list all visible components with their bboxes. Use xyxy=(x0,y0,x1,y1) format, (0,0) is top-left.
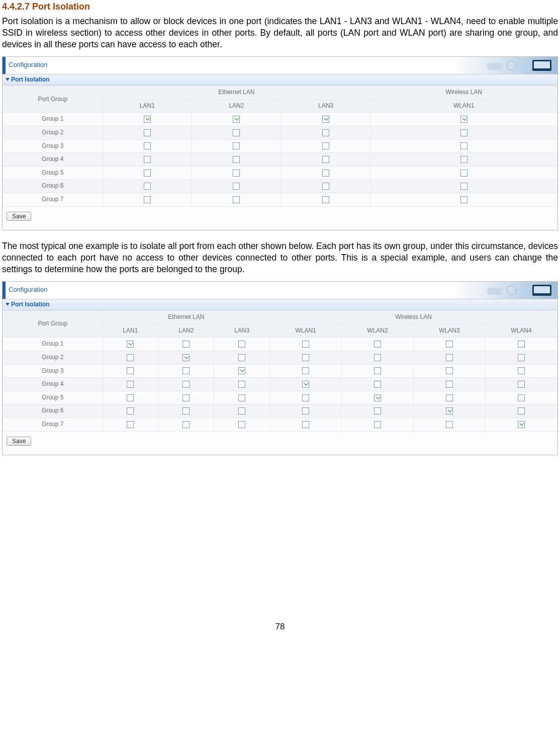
checkbox-cell[interactable] xyxy=(158,351,214,364)
checkbox-cell[interactable] xyxy=(192,126,282,140)
checkbox-cell[interactable] xyxy=(103,166,192,180)
checkbox-cell[interactable] xyxy=(414,338,486,351)
checkbox-cell[interactable] xyxy=(158,378,214,391)
checkbox-cell[interactable] xyxy=(281,126,370,140)
row-label: Group 2 xyxy=(3,126,103,140)
checkbox-cell[interactable] xyxy=(342,418,414,431)
checkbox-cell[interactable] xyxy=(192,153,282,167)
checkbox-cell[interactable] xyxy=(370,166,557,180)
checkbox-icon xyxy=(233,170,240,177)
section-bar[interactable]: Port Isolation xyxy=(3,299,557,311)
col-subheader: LAN3 xyxy=(281,99,370,113)
checkbox-cell[interactable] xyxy=(103,153,192,167)
checkbox-cell[interactable] xyxy=(281,166,370,180)
checkbox-cell[interactable] xyxy=(485,351,557,364)
checkbox-cell[interactable] xyxy=(485,391,557,404)
checkbox-cell[interactable] xyxy=(158,364,214,378)
checkbox-cell[interactable] xyxy=(342,351,414,364)
checkbox-cell[interactable] xyxy=(103,139,192,153)
checkbox-cell[interactable] xyxy=(370,180,557,193)
table-row: Group 7 xyxy=(3,193,557,206)
checkbox-cell[interactable] xyxy=(214,391,270,404)
checkbox-cell[interactable] xyxy=(270,338,342,351)
checkbox-cell[interactable] xyxy=(370,126,557,140)
checkbox-icon xyxy=(238,407,245,415)
checkbox-cell[interactable] xyxy=(270,418,342,431)
checkbox-cell[interactable] xyxy=(414,364,486,378)
checkbox-cell[interactable] xyxy=(370,113,557,126)
checkbox-cell[interactable] xyxy=(192,166,282,180)
checkbox-cell[interactable] xyxy=(342,338,414,351)
checkbox-cell[interactable] xyxy=(103,126,192,140)
checkbox-cell[interactable] xyxy=(214,378,270,391)
checkbox-cell[interactable] xyxy=(192,193,282,206)
checkbox-cell[interactable] xyxy=(485,364,557,378)
checkbox-cell[interactable] xyxy=(103,193,192,206)
checkbox-cell[interactable] xyxy=(214,364,270,378)
checkbox-cell[interactable] xyxy=(214,404,270,418)
checkbox-cell[interactable] xyxy=(103,378,158,391)
row-label: Group 7 xyxy=(3,193,103,206)
checkbox-cell[interactable] xyxy=(485,404,557,418)
checkbox-cell[interactable] xyxy=(485,418,557,431)
checkbox-cell[interactable] xyxy=(158,338,214,351)
checkbox-icon xyxy=(302,421,309,428)
checkbox-icon xyxy=(322,142,329,149)
col-subheader: LAN2 xyxy=(158,324,214,338)
row-label: Group 6 xyxy=(3,404,103,418)
table-row: Group 1 xyxy=(3,338,557,351)
save-button[interactable]: Save xyxy=(7,437,31,446)
checkbox-cell[interactable] xyxy=(270,351,342,364)
section-bar-label: Port Isolation xyxy=(11,301,50,308)
checkbox-cell[interactable] xyxy=(270,378,342,391)
checkbox-cell[interactable] xyxy=(192,113,282,126)
checkbox-icon xyxy=(302,367,309,374)
checkbox-cell[interactable] xyxy=(103,404,158,418)
checkbox-cell[interactable] xyxy=(342,404,414,418)
checkbox-cell[interactable] xyxy=(192,139,282,153)
checkbox-icon xyxy=(518,354,525,361)
checkbox-cell[interactable] xyxy=(281,153,370,167)
checkbox-cell[interactable] xyxy=(414,404,486,418)
checkbox-icon xyxy=(374,367,381,374)
col-header-wireless-lan: Wireless LAN xyxy=(370,86,557,100)
checkbox-cell[interactable] xyxy=(103,113,192,126)
checkbox-cell[interactable] xyxy=(414,378,486,391)
checkbox-cell[interactable] xyxy=(103,351,158,364)
checkbox-cell[interactable] xyxy=(270,404,342,418)
checkbox-cell[interactable] xyxy=(270,391,342,404)
section-bar[interactable]: Port Isolation xyxy=(3,74,557,86)
checkbox-cell[interactable] xyxy=(485,338,557,351)
checkbox-cell[interactable] xyxy=(158,404,214,418)
save-button[interactable]: Save xyxy=(7,212,31,221)
checkbox-cell[interactable] xyxy=(342,378,414,391)
checkbox-cell[interactable] xyxy=(342,364,414,378)
checkbox-cell[interactable] xyxy=(214,418,270,431)
checkbox-cell[interactable] xyxy=(485,378,557,391)
checkbox-cell[interactable] xyxy=(281,113,370,126)
checkbox-cell[interactable] xyxy=(281,193,370,206)
checkbox-cell[interactable] xyxy=(370,193,557,206)
checkbox-cell[interactable] xyxy=(414,351,486,364)
checkbox-cell[interactable] xyxy=(103,418,158,431)
checkbox-cell[interactable] xyxy=(214,338,270,351)
checkbox-cell[interactable] xyxy=(414,391,486,404)
checkbox-icon xyxy=(182,421,190,428)
checkbox-cell[interactable] xyxy=(281,180,370,193)
checkbox-cell[interactable] xyxy=(342,391,414,404)
checkbox-cell[interactable] xyxy=(103,391,158,404)
checkbox-cell[interactable] xyxy=(103,364,158,378)
checkbox-icon xyxy=(182,367,190,374)
checkbox-cell[interactable] xyxy=(103,180,192,193)
row-label: Group 4 xyxy=(3,153,103,167)
checkbox-cell[interactable] xyxy=(192,180,282,193)
checkbox-cell[interactable] xyxy=(414,418,486,431)
checkbox-cell[interactable] xyxy=(158,418,214,431)
checkbox-cell[interactable] xyxy=(103,338,158,351)
checkbox-cell[interactable] xyxy=(214,351,270,364)
checkbox-cell[interactable] xyxy=(281,139,370,153)
checkbox-cell[interactable] xyxy=(270,364,342,378)
checkbox-cell[interactable] xyxy=(158,391,214,404)
checkbox-cell[interactable] xyxy=(370,153,557,167)
checkbox-cell[interactable] xyxy=(370,139,557,153)
